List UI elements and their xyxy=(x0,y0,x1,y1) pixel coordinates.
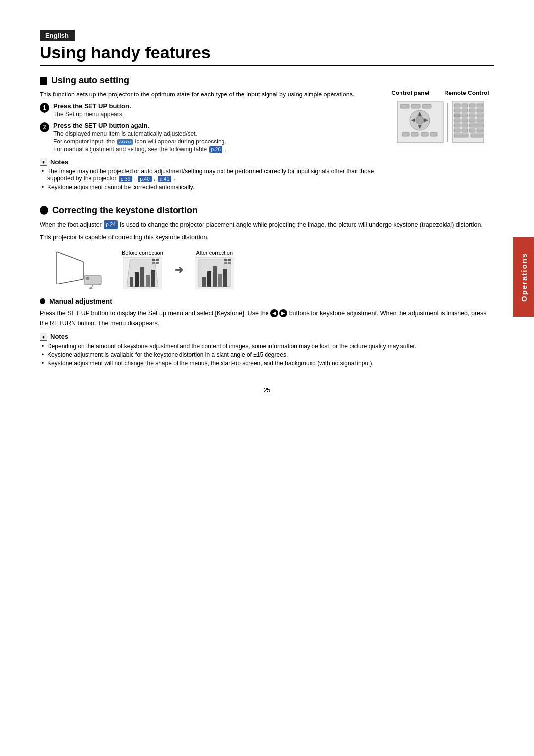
svg-rect-19 xyxy=(454,109,460,112)
svg-rect-33 xyxy=(469,124,483,127)
svg-rect-68 xyxy=(224,262,227,264)
svg-line-43 xyxy=(57,279,83,284)
after-label: After correction xyxy=(196,250,233,256)
arrow-right-icon: ➜ xyxy=(174,263,184,277)
step2-row: 2 Press the SET UP button again. The dis… xyxy=(40,122,376,153)
control-panel-label: Control panel xyxy=(391,90,429,96)
svg-rect-8 xyxy=(411,104,420,108)
step1-title: Press the SET UP button. xyxy=(53,102,131,110)
section-auto-setting: Using auto setting This function sets up… xyxy=(40,75,494,195)
step2-desc2: For computer input, the AUTO icon will a… xyxy=(53,138,226,145)
svg-rect-27 xyxy=(454,119,460,122)
svg-rect-10 xyxy=(402,132,409,136)
section2-bullet xyxy=(40,206,48,215)
step1-desc: The Set up menu appears. xyxy=(53,111,131,118)
svg-rect-67 xyxy=(228,259,231,261)
control-panel-area: Control panel Remote Control xyxy=(386,90,494,195)
svg-rect-61 xyxy=(202,277,206,287)
section2-note3: Keystone adjustment will not change the … xyxy=(40,360,494,367)
svg-rect-13 xyxy=(430,132,437,136)
before-label: Before correction xyxy=(122,250,163,256)
svg-rect-15 xyxy=(454,104,460,107)
svg-rect-53 xyxy=(146,275,150,287)
operations-tab: Operations xyxy=(513,237,534,317)
svg-rect-9 xyxy=(422,104,431,108)
svg-rect-64 xyxy=(218,274,222,287)
svg-rect-55 xyxy=(152,259,155,261)
svg-rect-58 xyxy=(156,262,159,264)
svg-rect-63 xyxy=(213,266,217,287)
svg-rect-21 xyxy=(469,109,475,112)
svg-point-2 xyxy=(416,116,424,124)
svg-rect-16 xyxy=(462,104,468,107)
control-panel-svg xyxy=(397,101,444,143)
svg-rect-37 xyxy=(477,129,483,132)
svg-rect-50 xyxy=(130,277,134,287)
svg-rect-52 xyxy=(140,267,144,287)
after-correction-diagram: After correction xyxy=(195,250,234,289)
step1-row: 1 Press the SET UP button. The Set up me… xyxy=(40,102,376,118)
svg-rect-35 xyxy=(462,129,468,132)
svg-rect-39 xyxy=(471,134,483,137)
svg-rect-11 xyxy=(411,132,418,136)
panel-images-container xyxy=(397,101,484,143)
right-arrow-btn: ▶ xyxy=(279,309,287,317)
remote-control-label: Remote Control xyxy=(445,90,489,96)
svg-rect-38 xyxy=(454,134,468,137)
left-arrow-btn: ◀ xyxy=(270,309,278,317)
ref-p24: p.24 xyxy=(104,220,117,229)
panel-divider xyxy=(447,103,448,142)
svg-rect-12 xyxy=(421,132,428,136)
svg-rect-29 xyxy=(469,119,475,122)
note1-ref-p41: p.41 xyxy=(158,176,171,182)
manual-adj-bullet xyxy=(40,298,45,304)
section2-note2: Keystone adjustment is available for the… xyxy=(40,351,494,358)
section-keystone: Correcting the keystone distortion When … xyxy=(40,205,494,367)
svg-rect-62 xyxy=(207,271,211,287)
svg-rect-24 xyxy=(462,114,468,117)
svg-rect-32 xyxy=(462,124,468,127)
language-tab: English xyxy=(40,30,75,41)
svg-rect-56 xyxy=(156,259,159,261)
svg-rect-30 xyxy=(477,119,483,122)
step1-number: 1 xyxy=(40,103,49,113)
before-correction-diagram: Before correction xyxy=(122,250,163,289)
notes2-icon: ■ xyxy=(40,333,47,341)
projector-illustration xyxy=(54,249,114,290)
manual-adj-heading: Manual adjustment xyxy=(40,297,494,305)
svg-rect-69 xyxy=(228,262,231,264)
notes2-title: Notes xyxy=(50,333,68,340)
svg-rect-23 xyxy=(454,114,460,117)
svg-line-42 xyxy=(57,252,83,262)
svg-rect-57 xyxy=(152,262,155,264)
page-ref-p26: p.26 xyxy=(209,146,222,153)
auto-icon: AUTO xyxy=(117,139,133,145)
page-number: 25 xyxy=(40,386,494,394)
svg-rect-66 xyxy=(224,259,227,261)
step2-desc1: The displayed menu item is automatically… xyxy=(53,130,226,137)
svg-rect-17 xyxy=(469,104,475,107)
note2: Keystone adjustment cannot be corrected … xyxy=(40,184,376,190)
svg-rect-26 xyxy=(477,114,483,117)
page-title: Using handy features xyxy=(40,43,494,66)
svg-rect-25 xyxy=(469,114,475,117)
notes-title1: Notes xyxy=(50,158,68,166)
step2-desc3: For manual adjustment and setting, see t… xyxy=(53,146,226,153)
step2-title: Press the SET UP button again. xyxy=(53,122,226,129)
note1: The image may not be projected or auto a… xyxy=(40,168,376,182)
correction-diagram: Before correction xyxy=(54,249,494,290)
section1-intro: This function sets up the projector to t… xyxy=(40,90,376,99)
notes-icon: ■ xyxy=(40,158,47,166)
manual-adj-text: Press the SET UP button to display the S… xyxy=(40,308,494,328)
svg-rect-41 xyxy=(86,277,89,280)
svg-rect-28 xyxy=(462,119,468,122)
svg-rect-22 xyxy=(477,109,483,112)
section2-intro1: When the foot adjuster p.24 is used to c… xyxy=(40,220,494,230)
svg-rect-54 xyxy=(151,270,155,287)
section1-heading: Using auto setting xyxy=(51,75,129,86)
section1-notes: ■ Notes The image may not be projected o… xyxy=(40,158,376,190)
svg-rect-51 xyxy=(135,272,139,287)
section-bullet xyxy=(40,77,47,85)
svg-rect-18 xyxy=(477,104,483,107)
section2-intro2: This projector is capable of correcting … xyxy=(40,233,494,242)
